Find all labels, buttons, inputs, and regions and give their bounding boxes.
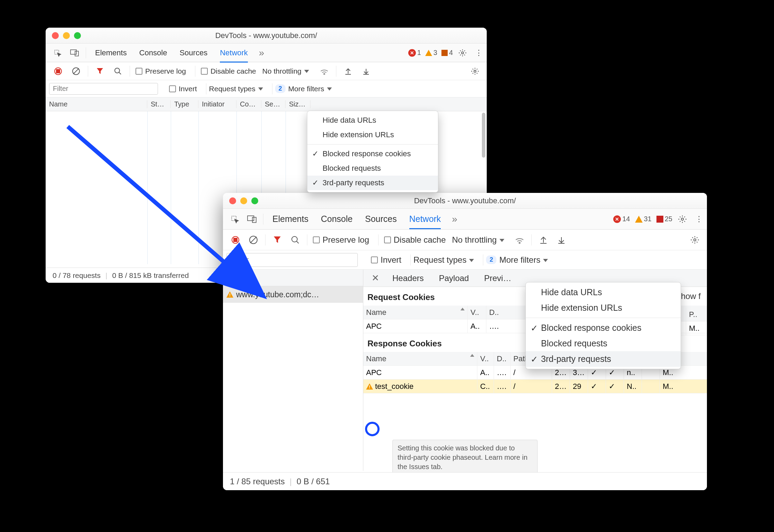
download-icon[interactable] [361,66,372,77]
menu-blocked-requests[interactable]: Blocked requests [307,161,438,176]
gear-icon[interactable] [678,215,687,224]
col-status[interactable]: St… [147,100,171,108]
svg-point-9 [115,68,120,73]
menu-blocked-response-cookies[interactable]: ✓Blocked response cookies [526,320,681,336]
close-detail-icon[interactable]: ✕ [372,273,379,283]
tab-sources[interactable]: Sources [365,214,397,224]
col-name[interactable]: Name [46,100,147,108]
minimize-icon[interactable] [240,197,247,204]
inspect-icon[interactable] [53,48,63,58]
upload-icon[interactable] [538,234,549,245]
close-icon[interactable] [229,197,236,204]
upload-icon[interactable] [343,66,354,77]
clear-icon[interactable] [71,66,82,77]
svg-rect-19 [233,238,237,242]
detail-tab-payload[interactable]: Payload [439,273,469,283]
col-domain[interactable]: D.. [494,352,511,365]
menu-hide-extension-urls[interactable]: Hide extension URLs [526,300,681,316]
more-filters-dropdown[interactable]: More filters [288,85,332,93]
col-type[interactable]: Type [171,100,198,108]
detail-tab-preview[interactable]: Previ… [484,273,511,283]
preserve-log-checkbox[interactable] [313,236,320,243]
record-icon[interactable] [53,66,64,77]
invert-label: Invert [179,85,197,93]
search-icon[interactable] [112,66,123,77]
minimize-icon[interactable] [63,32,70,39]
filter-icon[interactable] [272,234,283,245]
menu-hide-data-urls[interactable]: Hide data URLs [526,284,681,300]
kebab-icon[interactable]: ⋮ [695,215,703,224]
request-types-dropdown[interactable]: Request types [413,255,474,265]
throttling-select[interactable]: No throttling [262,67,309,75]
network-conditions-icon[interactable] [319,66,330,77]
menu-hide-extension-urls[interactable]: Hide extension URLs [307,128,438,142]
download-icon[interactable] [556,234,567,245]
tab-network[interactable]: Network [409,214,441,229]
col-value[interactable]: V.. [477,352,494,365]
search-icon[interactable] [290,234,301,245]
titlebar[interactable]: DevTools - www.youtube.com/ [223,193,707,209]
device-icon[interactable] [247,214,257,224]
menu-3rd-party[interactable]: ✓3rd-party requests [307,176,438,190]
kebab-icon[interactable]: ⋮ [475,48,483,57]
table-row-blocked[interactable]: ! test_cookie C.. …. / 2… 29 ✓ ✓ N.. M.. [363,380,707,393]
network-toolbar: Preserve log Disable cache No throttling [223,230,707,250]
request-row[interactable]: ! www.youtube.com;dc… [223,286,363,303]
invert-checkbox[interactable] [371,256,378,263]
preserve-log-checkbox[interactable] [136,68,142,75]
titlebar[interactable]: DevTools - www.youtube.com/ [46,28,487,44]
col-size[interactable]: Siz… [286,100,310,108]
close-icon[interactable] [52,32,59,39]
scrollbar-thumb[interactable] [482,113,485,158]
status-transferred: 0 B / 651 [297,477,330,486]
detail-tab-headers[interactable]: Headers [392,273,424,283]
more-filters-dropdown[interactable]: More filters [499,255,548,265]
col-name[interactable]: Name [366,308,386,317]
gear-icon[interactable] [458,49,467,57]
throttling-select[interactable]: No throttling [452,235,504,245]
col-name[interactable]: Name [366,354,386,363]
tab-network[interactable]: Network [220,48,248,63]
col-cookies[interactable]: Co… [236,100,261,108]
tab-elements[interactable]: Elements [95,48,127,57]
error-icon[interactable]: ✕ [408,49,416,57]
filter-input[interactable] [49,83,158,95]
tab-sources[interactable]: Sources [179,48,207,57]
svg-rect-3 [441,50,448,56]
maximize-icon[interactable] [74,32,81,39]
settings-icon[interactable] [690,235,699,244]
device-icon[interactable] [70,48,80,58]
menu-blocked-requests[interactable]: Blocked requests [526,336,681,351]
menu-blocked-response-cookies[interactable]: ✓Blocked response cookies [307,147,438,161]
info-icon[interactable] [656,216,663,223]
col-initiator[interactable]: Initiator [198,100,236,108]
info-icon[interactable] [441,50,448,56]
svg-point-25 [694,239,696,241]
menu-3rd-party[interactable]: ✓3rd-party requests [526,351,681,367]
more-tabs-icon[interactable]: » [452,214,457,225]
col-set[interactable]: Se… [261,100,286,108]
disable-cache-checkbox[interactable] [201,68,208,75]
network-conditions-icon[interactable] [514,234,525,245]
tab-console[interactable]: Console [139,48,167,57]
name-column-header[interactable]: Name [223,270,363,286]
inspect-icon[interactable] [231,214,240,224]
maximize-icon[interactable] [251,197,258,204]
clear-icon[interactable] [248,234,259,245]
tab-elements[interactable]: Elements [272,214,308,224]
error-icon[interactable]: ✕ [613,215,621,223]
record-icon[interactable] [230,234,241,245]
filter-input[interactable] [226,253,358,267]
warning-icon[interactable] [635,216,643,223]
invert-checkbox[interactable] [169,85,176,92]
more-tabs-icon[interactable]: » [259,47,264,58]
tab-console[interactable]: Console [321,214,353,224]
settings-icon[interactable] [471,67,479,75]
request-types-dropdown[interactable]: Request types [209,85,263,93]
filter-icon[interactable] [94,66,105,77]
svg-point-4 [461,52,464,54]
col-value[interactable]: V.. [468,306,486,319]
menu-hide-data-urls[interactable]: Hide data URLs [307,113,438,128]
disable-cache-checkbox[interactable] [384,236,391,243]
warning-icon[interactable] [425,50,432,56]
